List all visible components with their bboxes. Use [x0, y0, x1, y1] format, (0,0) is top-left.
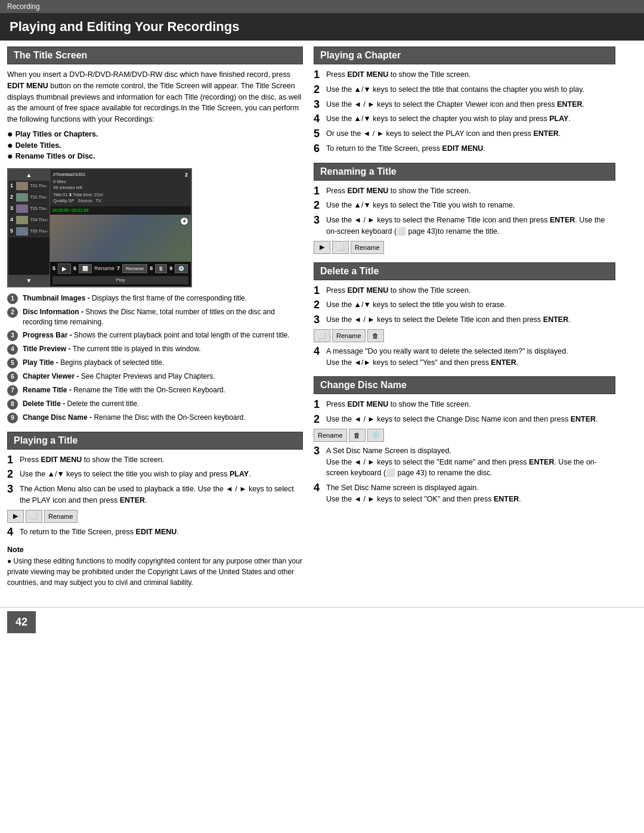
playing-title-header: Playing a Title	[7, 432, 303, 450]
annotation-num: 4	[7, 344, 18, 355]
rename-ctrl-button[interactable]: Rename	[332, 329, 366, 342]
annotation-item: 4 Title Preview - The current title is p…	[7, 344, 303, 355]
step-item: 2 Use the ◄ / ► keys to select the Chang…	[314, 414, 615, 425]
delete-ctrl-button[interactable]: 🗑	[367, 329, 384, 342]
ts-thumb	[16, 227, 28, 236]
ts-label: T03-Thu-12/0...	[30, 206, 48, 212]
page-title: Playing and Editing Your Recordings	[10, 19, 239, 34]
ctrl-btn-row: ▶ ⬜ Rename	[314, 241, 615, 254]
step-item: 3 A Set Disc Name Screen is displayed.Us…	[314, 445, 615, 479]
playing-chapter-body: 1 Press EDIT MENU to show the Title scre…	[314, 69, 615, 154]
chapter-ctrl-button[interactable]: ⬜	[26, 510, 42, 523]
disc-ctrl-button[interactable]: 💿	[367, 429, 384, 442]
step-item: 6 To return to the Title Screen, press E…	[314, 143, 615, 154]
annotation-num: 9	[7, 413, 18, 423]
ts-label: T02-Thu-12/0...	[30, 194, 48, 201]
ts-preview: 4	[50, 215, 191, 262]
bullet-item: ●Play Titles or Chapters.	[7, 129, 303, 140]
rename-ctrl-button[interactable]: Rename	[44, 510, 78, 523]
top-bar: Recording	[0, 0, 644, 13]
step-item: 2 Use the ▲/▼ keys to select the title y…	[314, 299, 615, 311]
bullet-item: ●Delete Titles.	[7, 140, 303, 151]
ts-list-item: 3 T03-Thu-12/0...	[8, 203, 49, 215]
ts-list-item: 1 T01-Thu-12/0...	[8, 181, 49, 192]
ts-delete-button[interactable]: 🗑	[155, 264, 167, 273]
step-item: 1 Press EDIT MENU to show the Title scre…	[314, 399, 615, 410]
step-item: 2 Use the ▲/▼ keys to select the title t…	[314, 84, 615, 95]
left-column: The Title Screen When you insert a DVD-R…	[7, 47, 311, 596]
ts-disc-button[interactable]: 💿	[175, 264, 188, 273]
ts-chapter-button[interactable]: ⬜	[79, 264, 92, 273]
title-screen-mockup: ▲ 1 T01-Thu-12/0... 2 T02-Thu-12/0...	[7, 168, 192, 287]
ts-progress-bar: 00:05:00 / 00:21:00	[50, 206, 191, 215]
change-disc-name-header: Change Disc Name	[314, 376, 615, 394]
step-item: 1 Press EDIT MENU to show the Title scre…	[314, 285, 615, 296]
step-item: 4 To return to the Title Screen, press E…	[7, 527, 303, 538]
annotation-item: 5 Play Title - Begins playback of select…	[7, 358, 303, 368]
annotation-item: 2 Disc Information - Shows the Disc Name…	[7, 307, 303, 327]
change-disc-steps: 1 Press EDIT MENU to show the Title scre…	[314, 399, 615, 425]
annotation-num: 7	[7, 385, 18, 396]
step-item: 3 Use the ◄ / ► keys to select the Delet…	[314, 314, 615, 326]
step-item: 4 A message "Do you really want to delet…	[314, 346, 615, 368]
step-item: 5 Or use the ◄ / ► keys to select the PL…	[314, 128, 615, 140]
title-screen-body: When you insert a DVD-R/DVD-RAM/DVD-RW d…	[7, 69, 303, 423]
ts-list-item: 4 T04-Thu-02/0...	[8, 215, 49, 226]
annotation-item: 9 Change Disc Name - Rename the Disc wit…	[7, 413, 303, 423]
play-ctrl-button[interactable]: ▶	[314, 241, 330, 254]
ts-info-bar: #Toshiba#1001 2 8 titles 99 minutes left…	[50, 169, 191, 206]
rename-ctrl-button[interactable]: Rename	[351, 241, 384, 254]
ts-label: T01-Thu-12/0...	[30, 183, 48, 190]
ts-num-4: 4	[180, 217, 188, 225]
bullet-item: ●Rename Titles or Disc.	[7, 151, 303, 162]
annotation-item: 6 Chapter Viewer - See Chapter Previews …	[7, 371, 303, 382]
delete-title-header: Delete a Title	[314, 262, 615, 280]
delete-title-body: 1 Press EDIT MENU to show the Title scre…	[314, 285, 615, 368]
play-ctrl-button[interactable]: ▶	[7, 510, 24, 523]
renaming-title-body: 1 Press EDIT MENU to show the Title scre…	[314, 185, 615, 254]
ts-label: T04-Thu-02/0...	[30, 217, 48, 224]
change-disc-name-body: 1 Press EDIT MENU to show the Title scre…	[314, 399, 615, 504]
playing-title-steps: 1 Press EDIT MENU to show the Title scre…	[7, 454, 303, 506]
ts-main: #Toshiba#1001 2 8 titles 99 minutes left…	[50, 169, 191, 286]
note-section: Note ● Using these editing functions to …	[7, 542, 303, 588]
ts-up-arrow[interactable]: ▲	[8, 169, 49, 181]
ts-rename-button[interactable]: Rename	[122, 264, 147, 273]
title-screen-section: The Title Screen When you insert a DVD-R…	[7, 47, 303, 423]
chapter-ctrl-button[interactable]: ⬜	[332, 241, 349, 254]
ts-label: T05-Thu-02/1...	[30, 228, 48, 235]
step-item: 3 Use the ◄ / ► keys to select the Chapt…	[314, 99, 615, 110]
annotation-item: 3 Progress Bar - Shows the current playb…	[7, 330, 303, 341]
annotation-num: 3	[7, 330, 18, 341]
annotation-item: 8 Delete Title - Delete the current titl…	[7, 399, 303, 410]
playing-title-section: Playing a Title 1 Press EDIT MENU to sho…	[7, 432, 303, 589]
step-item: 3 The Action Menu also can be used to pl…	[7, 484, 303, 506]
delete-ctrl-button[interactable]: 🗑	[349, 429, 366, 442]
rename-ctrl-button[interactable]: Rename	[314, 429, 347, 442]
ts-list-item: 5 T05-Thu-02/1...	[8, 226, 49, 237]
renaming-title-steps: 1 Press EDIT MENU to show the Title scre…	[314, 185, 615, 237]
ts-down-arrow[interactable]: ▼	[8, 275, 49, 286]
change-disc-steps2: 3 A Set Disc Name Screen is displayed.Us…	[314, 445, 615, 505]
playing-chapter-section: Playing a Chapter 1 Press EDIT MENU to s…	[314, 47, 615, 154]
step-item: 4 The Set Disc Name screen is displayed …	[314, 482, 615, 505]
ctrl-btn-row: Rename 🗑 💿	[314, 429, 615, 442]
bottom-bar: 42	[0, 607, 644, 637]
step-item: 2 Use the ▲/▼ keys to select the Title y…	[314, 200, 615, 211]
title-screen-header: The Title Screen	[7, 47, 303, 64]
step-item: 1 Press EDIT MENU to show the Title scre…	[7, 454, 303, 466]
ctrl-btn-row: ▶ ⬜ Rename	[7, 510, 303, 523]
annotation-num: 5	[7, 358, 18, 368]
chapter-ctrl-button[interactable]: ⬜	[314, 329, 330, 342]
annotation-num: 1	[7, 293, 18, 304]
step-item: 4 Use the ▲/▼ keys to select the chapter…	[314, 113, 615, 125]
change-disc-name-section: Change Disc Name 1 Press EDIT MENU to sh…	[314, 376, 615, 504]
right-column: Playing a Chapter 1 Press EDIT MENU to s…	[311, 47, 615, 596]
delete-title-section: Delete a Title 1 Press EDIT MENU to show…	[314, 262, 615, 368]
renaming-title-section: Renaming a Title 1 Press EDIT MENU to sh…	[314, 163, 615, 254]
ts-thumb	[16, 182, 28, 190]
annotation-num: 2	[7, 307, 18, 318]
annotation-list: 1 Thumbnail Images - Displays the first …	[7, 293, 303, 423]
ts-play-button[interactable]: ▶	[58, 264, 71, 274]
playing-chapter-steps: 1 Press EDIT MENU to show the Title scre…	[314, 69, 615, 154]
